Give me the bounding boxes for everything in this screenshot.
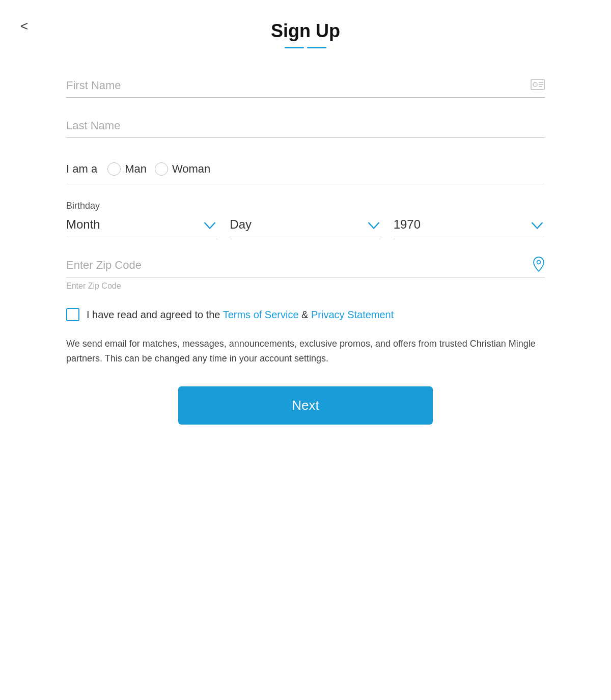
page-container: < Sign Up bbox=[0, 0, 611, 700]
header: Sign Up bbox=[51, 20, 560, 48]
birthday-day-chevron-icon bbox=[368, 220, 379, 232]
privacy-statement-link[interactable]: Privacy Statement bbox=[311, 309, 394, 320]
terms-text: I have read and agreed to the Terms of S… bbox=[87, 307, 394, 322]
zip-hint: Enter Zip Code bbox=[66, 282, 545, 291]
birthday-section: Birthday Month Day bbox=[66, 201, 545, 237]
header-underline bbox=[51, 47, 560, 48]
underline-dash-1 bbox=[285, 47, 304, 48]
gender-woman-option[interactable]: Woman bbox=[155, 162, 210, 176]
email-notice-text: We send email for matches, messages, ann… bbox=[66, 339, 536, 363]
back-button[interactable]: < bbox=[20, 19, 28, 33]
gender-row: I am a Man Woman bbox=[66, 154, 545, 184]
last-name-field bbox=[66, 114, 545, 138]
id-card-icon bbox=[531, 79, 545, 93]
birthday-month-value: Month bbox=[66, 215, 217, 234]
birthday-selects: Month Day bbox=[66, 215, 545, 237]
gender-prefix-label: I am a bbox=[66, 162, 97, 176]
zip-field bbox=[66, 254, 545, 277]
first-name-input[interactable] bbox=[66, 74, 545, 98]
gender-man-label: Man bbox=[125, 162, 147, 176]
birthday-label: Birthday bbox=[66, 201, 545, 211]
terms-separator: & bbox=[299, 309, 311, 320]
gender-man-option[interactable]: Man bbox=[107, 162, 147, 176]
gender-man-radio[interactable] bbox=[107, 162, 121, 176]
last-name-input[interactable] bbox=[66, 114, 545, 138]
terms-of-service-link[interactable]: Terms of Service bbox=[223, 309, 299, 320]
terms-row: I have read and agreed to the Terms of S… bbox=[66, 307, 545, 322]
birthday-day-select[interactable]: Day bbox=[230, 215, 381, 237]
zip-section: Enter Zip Code bbox=[66, 254, 545, 291]
birthday-month-select[interactable]: Month bbox=[66, 215, 217, 237]
first-name-field bbox=[66, 74, 545, 98]
gender-woman-label: Woman bbox=[172, 162, 210, 176]
birthday-day-value: Day bbox=[230, 215, 381, 234]
next-button[interactable]: Next bbox=[178, 386, 433, 425]
birthday-year-select[interactable]: 1970 bbox=[394, 215, 545, 237]
zip-input[interactable] bbox=[66, 254, 545, 277]
gender-woman-radio[interactable] bbox=[155, 162, 168, 176]
location-pin-icon bbox=[533, 257, 545, 275]
underline-dash-2 bbox=[307, 47, 326, 48]
page-title: Sign Up bbox=[51, 20, 560, 42]
svg-point-1 bbox=[533, 82, 537, 87]
birthday-year-value: 1970 bbox=[394, 215, 545, 234]
svg-point-5 bbox=[537, 260, 541, 264]
email-notice: We send email for matches, messages, ann… bbox=[66, 337, 545, 366]
birthday-month-chevron-icon bbox=[204, 220, 215, 232]
form-container: I am a Man Woman Birthday Month bbox=[66, 74, 545, 425]
terms-prefix: I have read and agreed to the bbox=[87, 309, 223, 320]
birthday-year-chevron-icon bbox=[532, 220, 543, 232]
terms-checkbox[interactable] bbox=[66, 308, 79, 321]
